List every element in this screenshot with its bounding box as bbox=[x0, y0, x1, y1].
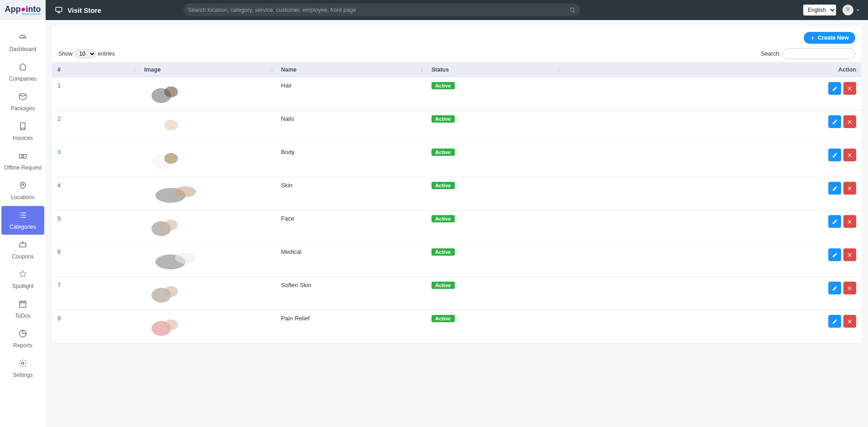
companies-icon bbox=[18, 62, 27, 76]
col-name[interactable]: Name↑↓ bbox=[275, 62, 426, 77]
edit-button[interactable] bbox=[828, 82, 841, 95]
sidebar-item-categories[interactable]: Categories bbox=[1, 206, 44, 235]
svg-point-4 bbox=[22, 155, 24, 157]
coupons-icon bbox=[18, 240, 27, 253]
delete-button[interactable] bbox=[843, 215, 856, 228]
cell-status: Active bbox=[426, 77, 563, 111]
edit-button[interactable] bbox=[828, 282, 841, 294]
sort-icon: ↑↓ bbox=[270, 67, 272, 72]
pencil-icon bbox=[832, 319, 838, 324]
sidebar-item-locations[interactable]: Locations bbox=[1, 176, 44, 205]
pencil-icon bbox=[832, 252, 838, 258]
table-search-label: Search: bbox=[761, 51, 780, 57]
delete-button[interactable] bbox=[843, 149, 856, 161]
spotlight-icon bbox=[18, 270, 27, 283]
edit-button[interactable] bbox=[828, 182, 841, 195]
sidebar-item-todos[interactable]: ToDos bbox=[1, 295, 44, 324]
delete-button[interactable] bbox=[843, 115, 856, 128]
sidebar-item-coupons[interactable]: Coupons bbox=[1, 236, 44, 264]
category-thumb bbox=[144, 215, 183, 239]
sidebar-item-companies[interactable]: Companies bbox=[1, 58, 44, 87]
close-icon bbox=[847, 319, 853, 324]
status-badge: Active bbox=[431, 149, 455, 156]
cell-id[interactable]: 5 bbox=[52, 211, 139, 244]
edit-button[interactable] bbox=[828, 215, 841, 228]
cell-action bbox=[563, 111, 862, 144]
cell-id[interactable]: 8 bbox=[52, 310, 139, 344]
col-image[interactable]: Image↑↓ bbox=[139, 62, 275, 77]
table-row: 3BodyActive bbox=[52, 144, 862, 177]
sidebar-item-packages[interactable]: Packages bbox=[1, 87, 44, 116]
cell-id[interactable]: 4 bbox=[52, 177, 139, 211]
cell-name: Soften Skin bbox=[275, 277, 426, 310]
status-badge: Active bbox=[431, 215, 455, 222]
svg-rect-2 bbox=[21, 123, 25, 129]
todos-icon bbox=[18, 299, 27, 313]
cell-id[interactable]: 3 bbox=[52, 144, 139, 177]
edit-button[interactable] bbox=[828, 315, 841, 328]
sidebar-item-dashboard[interactable]: Dashboard bbox=[1, 28, 44, 57]
delete-button[interactable] bbox=[843, 82, 856, 95]
language-select[interactable]: English bbox=[803, 5, 836, 15]
edit-button[interactable] bbox=[828, 248, 841, 261]
close-icon bbox=[847, 219, 853, 225]
cell-name: Face bbox=[275, 211, 426, 244]
table-row: 5FaceActive bbox=[52, 211, 862, 244]
edit-button[interactable] bbox=[828, 149, 841, 161]
col-action[interactable]: Action↑↓ bbox=[563, 62, 862, 77]
cell-image bbox=[139, 310, 275, 344]
close-icon bbox=[847, 152, 853, 158]
table-search-input[interactable] bbox=[782, 48, 855, 59]
create-new-button[interactable]: Create New bbox=[804, 32, 855, 44]
settings-icon bbox=[18, 359, 27, 372]
categories-card: Create New Show 10 entries Search: bbox=[52, 26, 862, 344]
sidebar-item-settings[interactable]: Settings bbox=[1, 354, 44, 383]
sidebar-item-reports[interactable]: Reports bbox=[1, 324, 44, 353]
user-menu[interactable] bbox=[842, 5, 861, 15]
packages-icon bbox=[18, 92, 27, 105]
visit-store-link[interactable]: Visit Store bbox=[55, 6, 101, 14]
cell-image bbox=[139, 77, 275, 111]
close-icon bbox=[847, 119, 853, 125]
cell-action bbox=[563, 211, 862, 244]
locations-icon bbox=[18, 181, 27, 194]
delete-button[interactable] bbox=[843, 182, 856, 195]
status-badge: Active bbox=[431, 248, 455, 256]
cell-action bbox=[563, 277, 862, 310]
offline-request-icon bbox=[18, 151, 27, 165]
categories-table: #↑↓ Image↑↓ Name↑↓ Status↑↓ Action↑↓ 1Ha… bbox=[52, 62, 862, 344]
edit-button[interactable] bbox=[828, 115, 841, 128]
cell-image bbox=[139, 111, 275, 144]
cell-name: Skin bbox=[275, 177, 426, 211]
sidebar-item-spotlight[interactable]: Spotlight bbox=[1, 265, 44, 294]
length-pre: Show bbox=[58, 51, 73, 57]
delete-button[interactable] bbox=[843, 248, 856, 261]
sidebar-item-offline-request[interactable]: Offline Request bbox=[1, 147, 44, 175]
pencil-icon bbox=[832, 285, 838, 291]
cell-id[interactable]: 6 bbox=[52, 244, 139, 277]
cell-id[interactable]: 7 bbox=[52, 277, 139, 310]
sort-icon: ↑↓ bbox=[420, 67, 422, 72]
cell-action bbox=[563, 77, 862, 111]
delete-button[interactable] bbox=[843, 282, 856, 294]
cell-id[interactable]: 2 bbox=[52, 111, 139, 144]
col-status[interactable]: Status↑↓ bbox=[426, 62, 563, 77]
table-search-control: Search: bbox=[761, 48, 855, 59]
close-icon bbox=[847, 86, 853, 92]
cell-status: Active bbox=[426, 211, 563, 244]
global-search-input[interactable] bbox=[188, 7, 569, 13]
cell-id[interactable]: 1 bbox=[52, 77, 139, 111]
col-id[interactable]: #↑↓ bbox=[52, 62, 139, 77]
delete-button[interactable] bbox=[843, 315, 856, 328]
sidebar-item-label: Locations bbox=[11, 194, 34, 201]
brand-logo[interactable]: App●into Multivendor bbox=[0, 0, 46, 20]
pencil-icon bbox=[832, 152, 838, 158]
sidebar-item-invoices[interactable]: Invoices bbox=[1, 117, 44, 146]
visit-store-label: Visit Store bbox=[68, 6, 101, 14]
category-thumb bbox=[144, 282, 183, 305]
svg-rect-7 bbox=[20, 301, 26, 307]
close-icon bbox=[847, 252, 853, 258]
global-search[interactable] bbox=[183, 4, 580, 16]
length-select[interactable]: 10 bbox=[74, 49, 96, 58]
status-badge: Active bbox=[431, 115, 455, 123]
